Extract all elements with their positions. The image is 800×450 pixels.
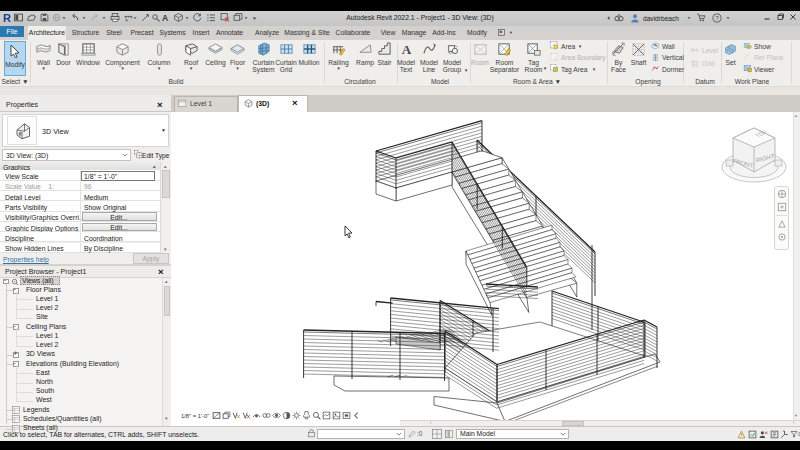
- svg-text:?: ?: [715, 15, 718, 21]
- svg-text:A: A: [401, 42, 411, 57]
